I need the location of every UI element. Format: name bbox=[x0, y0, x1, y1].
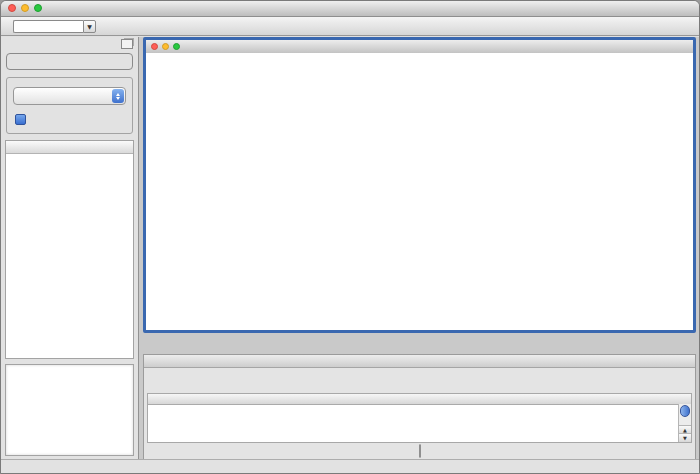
dropdown-stepper-icon bbox=[112, 89, 124, 103]
network-close-button[interactable] bbox=[151, 43, 158, 50]
node-color-dropdown[interactable] bbox=[13, 87, 126, 105]
search-input[interactable] bbox=[13, 20, 83, 33]
network-desktop: ▲ ▼ bbox=[139, 37, 699, 460]
app-titlebar[interactable] bbox=[1, 1, 699, 17]
close-button[interactable] bbox=[8, 4, 16, 12]
select-nodes-checkbox[interactable] bbox=[15, 114, 26, 125]
network-view-window bbox=[143, 37, 696, 333]
control-panel bbox=[1, 37, 139, 460]
control-panel-title bbox=[1, 37, 138, 39]
float-panel-icon[interactable] bbox=[121, 39, 133, 49]
network-tree-header bbox=[6, 141, 133, 154]
minimize-button[interactable] bbox=[21, 4, 29, 12]
status-bar bbox=[1, 459, 699, 473]
main-toolbar: ▼ bbox=[1, 17, 699, 36]
zoom-window-button[interactable] bbox=[34, 4, 42, 12]
cytoscape-app-window: ▼ bbox=[0, 0, 700, 474]
data-panel: ▲ ▼ bbox=[143, 354, 696, 460]
attribute-toolbar bbox=[144, 368, 695, 393]
data-panel-titlebar[interactable] bbox=[144, 355, 695, 368]
data-panel-title bbox=[144, 355, 695, 356]
network-zoom-button[interactable] bbox=[173, 43, 180, 50]
attribute-table: ▲ ▼ bbox=[147, 393, 692, 443]
network-canvas[interactable] bbox=[146, 53, 693, 330]
background-windows-sliver bbox=[143, 333, 696, 354]
birds-eye-view[interactable] bbox=[5, 364, 134, 456]
network-minimize-button[interactable] bbox=[162, 43, 169, 50]
app-title bbox=[1, 1, 699, 16]
table-scrollbar[interactable]: ▲ ▼ bbox=[678, 404, 691, 442]
scroll-down-icon[interactable]: ▼ bbox=[679, 433, 691, 442]
scrollbar-thumb[interactable] bbox=[680, 405, 690, 417]
network-window-titlebar[interactable] bbox=[146, 40, 693, 54]
search-dropdown-arrow[interactable]: ▼ bbox=[83, 20, 96, 33]
network-tree-panel bbox=[5, 140, 134, 359]
node-color-selection-group bbox=[6, 77, 133, 134]
